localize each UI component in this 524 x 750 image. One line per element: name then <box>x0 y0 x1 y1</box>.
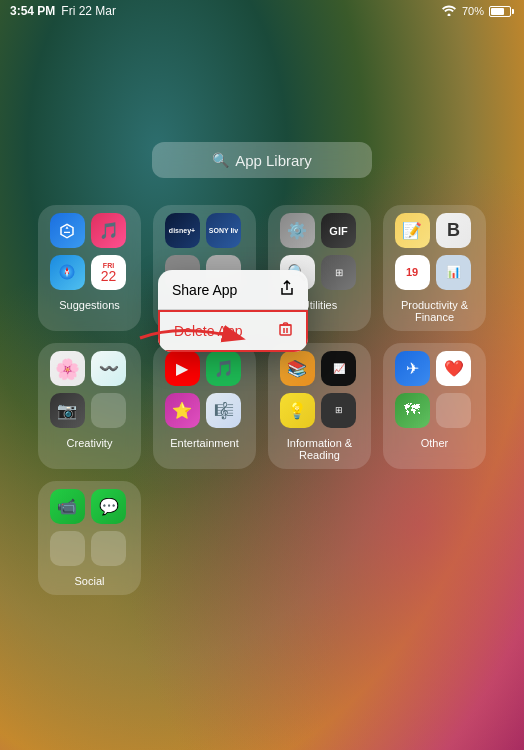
icon-apple-music: 🎼 <box>206 393 241 428</box>
status-right-icons: 70% <box>441 4 514 18</box>
icon-notes: 📝 <box>395 213 430 248</box>
battery-percentage: 70% <box>462 5 484 17</box>
icon-facetime: 📹 <box>50 489 85 524</box>
folder-label-creativity: Creativity <box>67 437 113 449</box>
icon-photos: 🌸 <box>50 351 85 386</box>
icon-appstore <box>50 213 85 248</box>
icon-grid: ⊞ <box>321 255 356 290</box>
app-grid: 🎵 FRI 22 Suggestions disney+ SONY liv ⚙️… <box>38 205 486 595</box>
icon-messages: 💬 <box>91 489 126 524</box>
status-bar: 3:54 PM Fri 22 Mar 70% <box>0 0 524 22</box>
icon-testflight: ✈ <box>395 351 430 386</box>
folder-label-other: Other <box>421 437 449 449</box>
icon-num19: 19 <box>395 255 430 290</box>
icon-sony: SONY liv <box>206 213 241 248</box>
folder-other[interactable]: ✈ ❤️ 🗺 Other <box>383 343 486 469</box>
icon-star: ⭐ <box>165 393 200 428</box>
icon-creativity-misc <box>91 393 126 428</box>
folder-label-information: Information & Reading <box>276 437 363 461</box>
share-app-button[interactable]: Share App <box>158 270 308 310</box>
icon-productivity-misc: 📊 <box>436 255 471 290</box>
icon-social-misc1 <box>50 531 85 566</box>
icon-safari <box>50 255 85 290</box>
battery-icon <box>489 6 514 17</box>
search-icon: 🔍 <box>212 152 229 168</box>
icon-tips: 💡 <box>280 393 315 428</box>
folder-social[interactable]: 📹 💬 Social <box>38 481 141 595</box>
icon-social-misc2 <box>91 531 126 566</box>
share-icon <box>280 280 294 299</box>
icon-other-misc <box>436 393 471 428</box>
folder-label-social: Social <box>75 575 105 587</box>
tutorial-arrow <box>130 318 250 362</box>
icon-freeform: 〰️ <box>91 351 126 386</box>
folder-suggestions[interactable]: 🎵 FRI 22 Suggestions <box>38 205 141 331</box>
icon-maps: 🗺 <box>395 393 430 428</box>
folder-label-entertainment: Entertainment <box>170 437 238 449</box>
icon-books: 📚 <box>280 351 315 386</box>
icon-hotstar: disney+ <box>165 213 200 248</box>
icon-music: 🎵 <box>91 213 126 248</box>
app-library-label: App Library <box>235 152 312 169</box>
icon-health: ❤️ <box>436 351 471 386</box>
wifi-icon <box>441 4 457 18</box>
svg-point-0 <box>447 14 450 17</box>
icon-bold: B <box>436 213 471 248</box>
folder-productivity[interactable]: 📝 B 19 📊 Productivity & Finance <box>383 205 486 331</box>
folder-label-productivity: Productivity & Finance <box>391 299 478 323</box>
folder-information[interactable]: 📚 📈 💡 ⊞ Information & Reading <box>268 343 371 469</box>
icon-stocks: 📈 <box>321 351 356 386</box>
svg-rect-4 <box>280 325 291 335</box>
icon-calendar: FRI 22 <box>91 255 126 290</box>
icon-settings: ⚙️ <box>280 213 315 248</box>
icon-gif: GIF <box>321 213 356 248</box>
share-app-label: Share App <box>172 282 237 298</box>
status-date: Fri 22 Mar <box>61 4 116 18</box>
icon-camera: 📷 <box>50 393 85 428</box>
icon-misc: ⊞ <box>321 393 356 428</box>
folder-label-suggestions: Suggestions <box>59 299 120 311</box>
status-time: 3:54 PM <box>10 4 55 18</box>
trash-icon <box>279 322 292 340</box>
folder-creativity[interactable]: 🌸 〰️ 📷 Creativity <box>38 343 141 469</box>
app-library-search[interactable]: 🔍 App Library <box>152 142 372 178</box>
